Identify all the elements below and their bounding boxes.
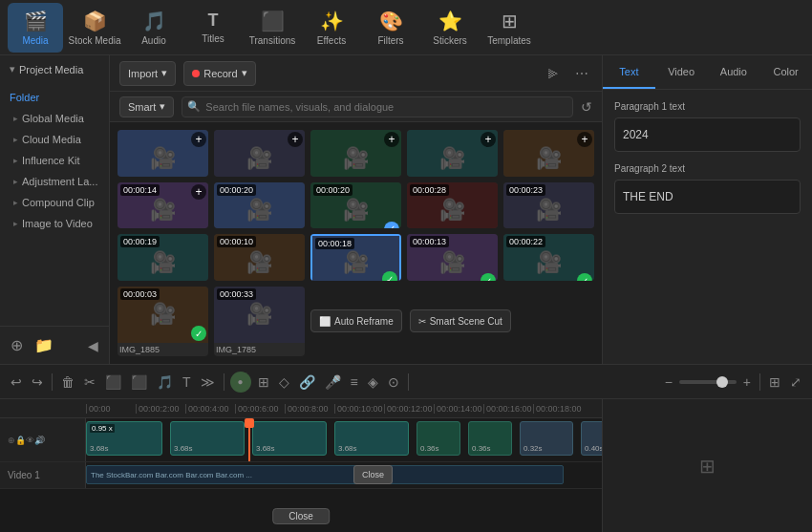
list-item[interactable]: 🎥 + IMG_3889 <box>503 130 594 177</box>
list-item[interactable]: 🎥 00:00:23 IMG_3170 <box>503 182 594 229</box>
add-folder-icon[interactable]: 📁 <box>32 334 56 356</box>
track-clip[interactable]: 3.68s <box>334 421 409 456</box>
tab-audio[interactable]: Audio <box>708 55 760 89</box>
add-to-timeline-icon[interactable]: + <box>384 132 399 147</box>
audio-button[interactable]: 🎵 <box>154 372 176 392</box>
list-item[interactable]: 🎥 + v14044g50000c... <box>214 130 305 177</box>
track-clip[interactable]: 0.36s <box>417 421 460 456</box>
sidebar-item-influence[interactable]: ▸ Influence Kit <box>0 150 109 171</box>
zoom-slider[interactable] <box>679 380 737 384</box>
tab-video[interactable]: Video <box>655 55 708 89</box>
add-to-timeline-icon[interactable]: + <box>288 132 303 147</box>
mic-button[interactable]: 🎤 <box>322 372 344 392</box>
video-track-content[interactable]: 0.95 x 3.68s 3.68s 3.68s 3.68s <box>86 418 602 461</box>
tab-color[interactable]: Color <box>759 55 812 89</box>
caption-clip[interactable]: The StockBar.com Bar.com Bar.com Bar.com… <box>86 465 564 484</box>
toolbar-separator <box>52 373 53 391</box>
clip-duration-label: 3.68s <box>174 444 193 453</box>
list-item[interactable]: 🎥 00:00:33 IMG_1785 <box>214 287 305 356</box>
record-chevron: ▾ <box>242 67 247 79</box>
track-clip[interactable]: 3.68s <box>170 421 245 456</box>
list-item[interactable]: 🎥 00:00:20 IMG_3566 <box>214 182 305 229</box>
add-to-timeline-icon[interactable]: + <box>191 184 206 200</box>
list-item[interactable]: 🎥 00:00:14 + IMG_3856 <box>118 182 208 229</box>
import-button[interactable]: Import ▾ <box>119 61 176 86</box>
auto-reframe-button[interactable]: ⬜ Auto Reframe <box>310 309 402 332</box>
track-clip[interactable]: 0.32s <box>520 421 573 456</box>
list-item[interactable]: 🎥 + IMG_3924 <box>407 130 498 177</box>
audio-track-content[interactable]: The StockBar.com Bar.com Bar.com Bar.com… <box>86 462 602 488</box>
tool-stock[interactable]: 📦 Stock Media <box>67 3 122 53</box>
fullscreen-button[interactable]: ⤢ <box>787 372 804 392</box>
sidebar-item-cloud[interactable]: ▸ Cloud Media <box>0 129 109 150</box>
zoom-out-button[interactable]: − <box>662 372 675 392</box>
add-to-timeline-icon[interactable]: + <box>481 132 496 147</box>
track-clip[interactable]: 3.68s <box>252 421 327 456</box>
track-clip[interactable]: 0.40s <box>581 421 602 456</box>
smart-button[interactable]: Smart ▾ <box>119 96 174 117</box>
add-media-icon[interactable]: ⊕ <box>8 334 26 356</box>
filter-icon[interactable]: ⫸ <box>543 64 564 83</box>
project-media-header[interactable]: ▾ Project Media <box>0 55 109 83</box>
crop-button[interactable]: ⬛ <box>128 372 150 392</box>
close-caption-button[interactable]: Close <box>353 465 393 484</box>
more-options-icon[interactable]: ⋯ <box>571 64 592 83</box>
grid-view-button[interactable]: ⊞ <box>766 372 783 392</box>
tool-transitions[interactable]: ⬛ Transitions <box>245 3 300 53</box>
list-item[interactable]: 🎥 + IMG_4437 <box>118 130 208 177</box>
track-clip[interactable]: 0.36s <box>468 421 512 456</box>
sidebar-item-compound[interactable]: ▸ Compound Clip <box>0 192 109 213</box>
list-item[interactable]: 🎥 00:00:18 ✓ IMG_2570 <box>310 234 401 281</box>
text-button[interactable]: T <box>180 372 194 392</box>
record-button[interactable]: Record ▾ <box>183 61 255 86</box>
smart-scene-cut-button[interactable]: ✂ Smart Scene Cut <box>410 309 511 332</box>
tool-stickers[interactable]: ⭐ Stickers <box>422 3 478 53</box>
timeline-row: 00:00 00:00:2:00 00:00:4:00 00:00:6:00 0… <box>0 399 812 532</box>
voice-button[interactable]: ≡ <box>348 372 361 392</box>
ai-button[interactable]: ◈ <box>365 372 381 392</box>
settings-button[interactable]: ⊙ <box>385 372 402 392</box>
add-to-timeline-icon[interactable]: + <box>191 132 206 147</box>
split-button[interactable]: ⬛ <box>102 372 124 392</box>
list-item[interactable]: 🎥 00:00:28 IMG_3193 <box>407 182 498 229</box>
add-to-timeline-icon[interactable]: + <box>577 132 592 147</box>
tool-templates[interactable]: ⊞ Templates <box>481 3 537 53</box>
paragraph1-input[interactable]: 2024 <box>614 117 801 152</box>
undo-button[interactable]: ↩ <box>8 372 25 392</box>
media-thumbnail: 🎥 + <box>310 130 401 177</box>
list-item[interactable]: 🎥 00:00:20 ✓ IMG_3195 <box>310 182 401 229</box>
snap-button[interactable]: ⊞ <box>255 372 272 392</box>
redo-button[interactable]: ↪ <box>29 372 46 392</box>
tab-text[interactable]: Text <box>603 55 655 89</box>
tool-media[interactable]: 🎬 Media <box>8 3 63 53</box>
list-item[interactable]: 🎥 + IMG_3925 <box>310 130 401 177</box>
cut-button[interactable]: ✂ <box>81 372 98 392</box>
fit-view-button[interactable]: ● <box>230 372 251 393</box>
more-tools-button[interactable]: ≫ <box>198 372 218 392</box>
tool-effects[interactable]: ✨ Effects <box>304 3 359 53</box>
search-input[interactable] <box>182 96 573 117</box>
delete-button[interactable]: 🗑 <box>58 372 77 392</box>
close-button[interactable]: Close <box>272 508 330 524</box>
folder-item[interactable]: Folder <box>0 87 109 108</box>
zoom-in-button[interactable]: + <box>740 372 754 392</box>
list-item[interactable]: 🎥 00:00:19 IMG_2731 <box>118 234 208 281</box>
link-button[interactable]: 🔗 <box>296 372 318 392</box>
list-item[interactable]: 🎥 00:00:10 IMG_2602 <box>214 234 305 281</box>
collapse-icon[interactable]: ◀ <box>85 334 101 356</box>
sidebar-item-adjustment[interactable]: ▸ Adjustment La... <box>0 171 109 192</box>
refresh-icon[interactable]: ↺ <box>581 99 592 115</box>
tool-titles[interactable]: T Titles <box>185 3 241 53</box>
list-item[interactable]: 🎥 00:00:22 ✓ IMG_1914 <box>503 234 594 281</box>
list-item[interactable]: 🎥 00:00:13 ✓ IMG_2231 <box>407 234 498 281</box>
tool-audio[interactable]: 🎵 Audio <box>126 3 182 53</box>
sidebar-item-global[interactable]: ▸ Global Media <box>0 108 109 129</box>
zoom-thumb[interactable] <box>716 376 728 388</box>
tool-filters[interactable]: 🎨 Filters <box>363 3 418 53</box>
track-clip[interactable]: 0.95 x 3.68s <box>86 421 162 456</box>
list-item[interactable]: 🎥 00:00:03 ✓ IMG_1885 <box>118 287 208 356</box>
sidebar-adjustment-label: Adjustment La... <box>22 176 98 187</box>
sidebar-item-image-to-video[interactable]: ▸ Image to Video <box>0 213 109 234</box>
paragraph2-input[interactable]: THE END <box>614 180 801 214</box>
marker-button[interactable]: ◇ <box>276 372 292 392</box>
